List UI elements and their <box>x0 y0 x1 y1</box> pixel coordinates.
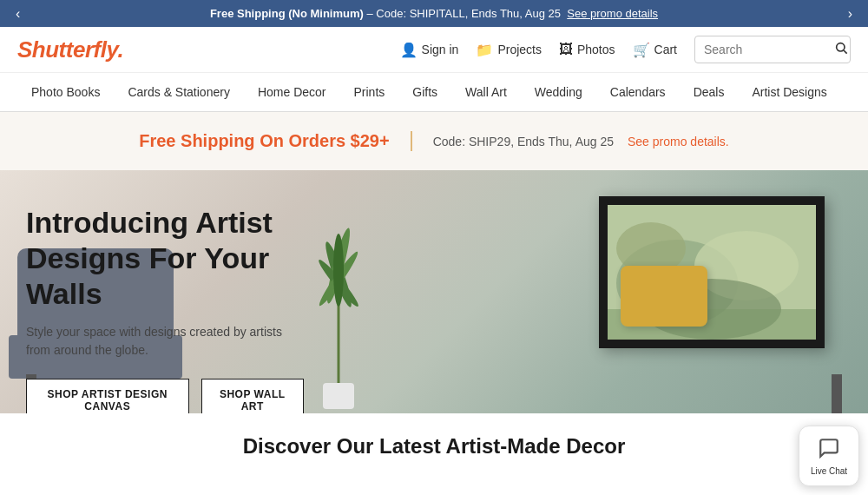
photos-icon: 🖼 <box>559 42 573 57</box>
promo-bar: Free Shipping On Orders $29+ Code: SHIP2… <box>0 112 868 170</box>
shop-wall-art-button[interactable]: SHOP WALL ART <box>201 379 304 413</box>
nav-item-wall-art[interactable]: Wall Art <box>451 73 521 111</box>
shop-artist-canvas-button[interactable]: SHOP ARTIST DESIGN CANVAS <box>26 379 189 413</box>
nav-item-wedding[interactable]: Wedding <box>521 73 596 111</box>
site-header: Shutterfly. 👤 Sign in 📁 Projects 🖼 Photo… <box>0 27 868 73</box>
svg-point-0 <box>837 43 845 51</box>
hero-buttons: SHOP ARTIST DESIGN CANVAS SHOP WALL ART <box>26 379 304 413</box>
nav-item-prints[interactable]: Prints <box>339 73 398 111</box>
header-right-nav: 👤 Sign in 📁 Projects 🖼 Photos 🛒 Cart <box>400 36 851 63</box>
banner-separator: – <box>364 7 376 20</box>
hero-subtitle: Style your space with designs created by… <box>26 323 304 360</box>
banner-bold-text: Free Shipping (No Minimum) <box>210 7 364 20</box>
nav-item-home-decor[interactable]: Home Decor <box>244 73 340 111</box>
svg-rect-8 <box>323 383 354 409</box>
nav-item-calendars[interactable]: Calendars <box>596 73 680 111</box>
site-logo[interactable]: Shutterfly. <box>17 36 123 63</box>
chat-icon <box>818 437 840 465</box>
svg-line-1 <box>844 50 847 54</box>
svg-point-14 <box>333 234 344 307</box>
projects-label: Projects <box>497 43 542 56</box>
folder-icon: 📁 <box>476 42 493 58</box>
sign-in-link[interactable]: 👤 Sign in <box>400 42 459 58</box>
live-chat-label: Live Chat <box>811 466 847 468</box>
banner-next-button[interactable]: › <box>841 3 859 25</box>
search-bar <box>694 36 851 63</box>
hero-section: Introducing Artist Designs For Your Wall… <box>0 170 868 413</box>
nav-item-gifts[interactable]: Gifts <box>398 73 451 111</box>
photos-link[interactable]: 🖼 Photos <box>559 42 615 57</box>
banner-promo-link[interactable]: See promo details <box>567 7 658 20</box>
projects-link[interactable]: 📁 Projects <box>476 42 542 58</box>
hero-title: Introducing Artist Designs For Your Wall… <box>26 205 304 311</box>
discover-title: Discover Our Latest Artist-Made Decor <box>17 434 851 459</box>
nav-item-deals[interactable]: Deals <box>680 73 739 111</box>
hero-content: Introducing Artist Designs For Your Wall… <box>26 205 304 413</box>
banner-prev-button[interactable]: ‹ <box>9 3 27 25</box>
main-nav: Photo Books Cards & Stationery Home Deco… <box>0 73 868 112</box>
cart-icon: 🛒 <box>633 42 650 58</box>
plant-svg <box>304 222 373 413</box>
promo-shipping-text: Free Shipping On Orders $29+ <box>139 131 411 151</box>
chair-leg-right <box>832 374 842 413</box>
banner-promo-code: Code: SHIPITALL, Ends Thu, Aug 25 <box>376 7 561 20</box>
person-icon: 👤 <box>400 42 418 58</box>
discover-section: Discover Our Latest Artist-Made Decor <box>0 413 868 467</box>
cart-label: Cart <box>654 43 677 56</box>
search-button[interactable] <box>834 41 848 58</box>
photos-label: Photos <box>577 43 615 56</box>
chair-pillow <box>621 266 707 327</box>
search-input[interactable] <box>704 43 834 56</box>
promo-code-text: Code: SHIP29, Ends Thu, Aug 25 <box>433 135 614 148</box>
sign-in-label: Sign in <box>422 43 459 56</box>
chat-bubble-icon <box>818 437 840 459</box>
nav-item-photo-books[interactable]: Photo Books <box>17 73 114 111</box>
nav-item-artist-designs[interactable]: Artist Designs <box>738 73 840 111</box>
nav-item-cards-stationery[interactable]: Cards & Stationery <box>114 73 244 111</box>
top-banner: ‹ Free Shipping (No Minimum) – Code: SHI… <box>0 0 868 27</box>
promo-right: Code: SHIP29, Ends Thu, Aug 25 See promo… <box>412 135 729 148</box>
promo-details-link[interactable]: See promo details. <box>628 135 729 148</box>
search-icon <box>834 41 848 55</box>
cart-link[interactable]: 🛒 Cart <box>633 42 677 58</box>
banner-text: Free Shipping (No Minimum) – Code: SHIPI… <box>210 7 658 20</box>
live-chat-widget[interactable]: Live Chat <box>799 426 859 467</box>
